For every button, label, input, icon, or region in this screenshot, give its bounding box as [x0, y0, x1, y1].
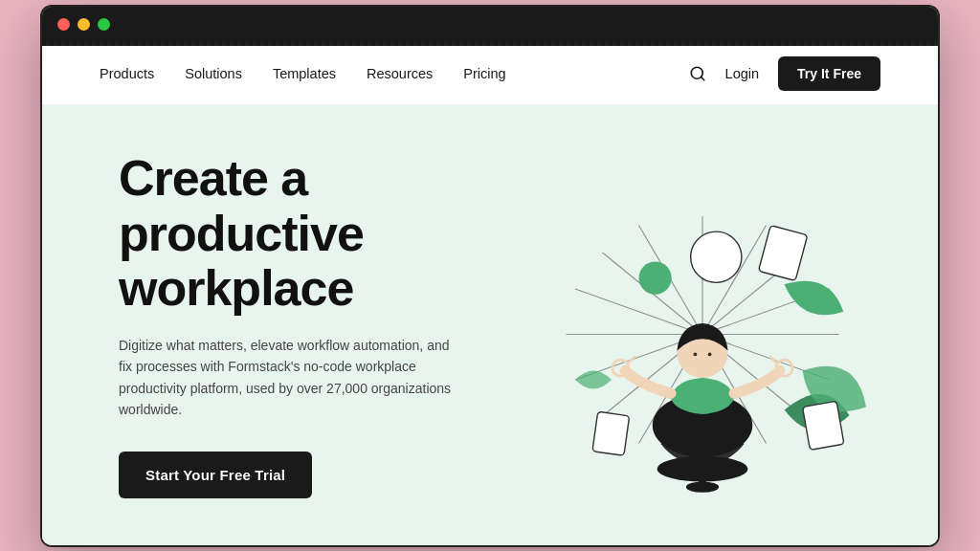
nav-right: Login Try It Free	[689, 56, 880, 91]
hero-text: Create a productive workplace Digitize w…	[119, 151, 521, 497]
nav-link-solutions[interactable]: Solutions	[185, 66, 242, 81]
browser-chrome	[42, 7, 938, 44]
svg-point-26	[708, 352, 712, 356]
hero-title-line2: productive	[119, 206, 364, 261]
nav-item-pricing[interactable]: Pricing	[463, 65, 505, 82]
hero-illustration	[521, 143, 884, 507]
hero-title-line3: workplace	[119, 260, 353, 316]
svg-rect-22	[592, 411, 630, 455]
svg-point-33	[686, 481, 719, 492]
nav-link-resources[interactable]: Resources	[367, 66, 433, 81]
minimize-dot[interactable]	[78, 18, 90, 31]
nav-item-products[interactable]: Products	[100, 65, 154, 82]
hero-title: Create a productive workplace	[119, 151, 521, 316]
nav-item-templates[interactable]: Templates	[273, 65, 336, 82]
svg-point-18	[639, 261, 672, 294]
hero-description: Digitize what matters, elevate workflow …	[119, 335, 463, 421]
hero-title-line1: Create a	[119, 150, 307, 206]
svg-line-16	[575, 289, 702, 335]
nav-link-templates[interactable]: Templates	[273, 66, 336, 81]
svg-point-19	[691, 231, 742, 282]
svg-line-1	[701, 77, 703, 79]
start-trial-button[interactable]: Start Your Free Trial	[119, 452, 312, 498]
nav-link-pricing[interactable]: Pricing	[463, 66, 505, 81]
browser-content: Products Solutions Templates Resources P…	[42, 44, 938, 545]
nav-links: Products Solutions Templates Resources P…	[100, 65, 506, 82]
hero-section: Create a productive workplace Digitize w…	[42, 105, 938, 545]
nav-item-solutions[interactable]: Solutions	[185, 65, 242, 82]
svg-rect-20	[758, 225, 807, 280]
browser-window: Products Solutions Templates Resources P…	[40, 5, 940, 547]
navbar: Products Solutions Templates Resources P…	[42, 44, 938, 105]
search-icon[interactable]	[689, 65, 706, 82]
nav-item-resources[interactable]: Resources	[367, 65, 433, 82]
maximize-dot[interactable]	[98, 18, 110, 31]
nav-link-products[interactable]: Products	[100, 66, 154, 81]
login-link[interactable]: Login	[725, 66, 759, 81]
close-dot[interactable]	[57, 18, 70, 31]
svg-rect-21	[803, 401, 844, 450]
illustration-svg	[521, 143, 884, 507]
try-free-button[interactable]: Try It Free	[778, 56, 880, 91]
svg-point-25	[694, 352, 698, 356]
